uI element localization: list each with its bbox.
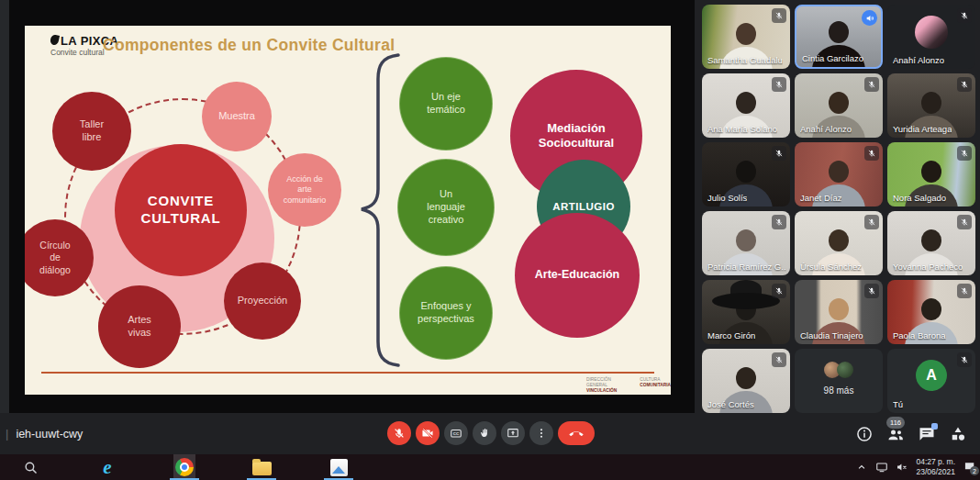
search-icon[interactable]	[19, 454, 41, 480]
participant-name: Anahí Alonzo	[893, 55, 944, 65]
mic-toggle-button[interactable]	[387, 421, 411, 445]
bubble-convite-cultural: CONVITE CULTURAL	[115, 144, 247, 276]
participant-name: Claudia Tinajero	[800, 330, 863, 340]
meet-control-bar: | ieh-uuwt-cwy 116	[0, 413, 980, 454]
participant-tile[interactable]: Ana María Solano	[702, 73, 790, 138]
participant-tile[interactable]: Paola Barona	[887, 280, 975, 344]
participant-tile[interactable]: Claudia Tinajero	[795, 280, 883, 344]
overflow-count-label: 98 más	[795, 385, 883, 396]
participant-name: Janet Díaz	[800, 193, 841, 203]
slide-footer-logos: DIRECCIÓN GENERAL VINCULACIÓN CULTURAL C…	[586, 377, 671, 395]
meeting-code-area: | ieh-uuwt-cwy	[6, 413, 83, 454]
participant-name: Marco Girón	[707, 330, 755, 340]
participant-tile[interactable]: Úrsula Sánchez	[795, 211, 883, 275]
mic-off-icon	[772, 284, 786, 298]
activities-icon[interactable]	[949, 425, 967, 443]
participant-name: Patricia Ramírez G...	[707, 262, 786, 272]
overflow-avatars	[824, 362, 853, 378]
meeting-panels: 116	[855, 425, 967, 443]
bubble-accion-arte: Acción de arte comunitario	[268, 153, 341, 227]
participant-tile[interactable]: José Cortés	[702, 349, 790, 413]
screen-share-area: LA PIXCA Convite cultural Componentes de…	[0, 0, 695, 413]
participant-tile[interactable]: Julio Solís	[702, 142, 790, 207]
participants-icon[interactable]: 116	[886, 425, 905, 443]
notification-center-icon[interactable]: 2	[963, 461, 975, 474]
participant-tile[interactable]: Anahí Alonzo	[795, 73, 883, 138]
end-call-button[interactable]	[558, 421, 595, 445]
participant-name: Yuridia Arteaga	[893, 124, 952, 134]
meeting-details-icon[interactable]	[855, 425, 874, 443]
present-button[interactable]	[501, 421, 525, 445]
mic-off-icon	[864, 77, 879, 92]
bubble-taller-libre: Taller libre	[52, 92, 131, 171]
tray-time: 04:27 p. m.	[916, 457, 955, 467]
avatar	[915, 16, 948, 49]
mic-off-icon	[864, 146, 879, 161]
participant-tile[interactable]: Janet Díaz	[795, 142, 883, 207]
participant-name: Nora Salgado	[893, 193, 946, 203]
participant-tile[interactable]: Yuridia Arteaga	[887, 73, 975, 138]
mic-off-icon	[957, 146, 972, 161]
divider: |	[6, 427, 8, 441]
participant-name: Cintia Garcilazo	[802, 53, 863, 63]
participant-tile[interactable]: Anahí Alonzo	[887, 5, 975, 69]
call-controls	[387, 421, 595, 445]
participant-name: Julio Solís	[707, 193, 747, 203]
participant-name: Paola Barona	[893, 330, 946, 340]
participant-count-badge: 116	[886, 417, 905, 429]
participant-tile-speaking[interactable]: Cintia Garcilazo	[795, 5, 883, 69]
avatar	[837, 362, 853, 378]
bubble-muestra: Muestra	[202, 82, 272, 151]
mic-off-icon	[957, 284, 972, 298]
system-tray: 04:27 p. m. 23/06/2021 2	[855, 454, 975, 480]
participant-tile[interactable]: Nora Salgado	[887, 142, 975, 207]
org-cultura-comunitaria: CULTURA COMUNITARIA	[640, 377, 671, 395]
taskbar-clock[interactable]: 04:27 p. m. 23/06/2021	[916, 457, 955, 477]
participant-tile[interactable]: Yovanna Pacheco	[887, 211, 975, 275]
bubble-enfoques: Enfoques y perspectivas	[399, 266, 493, 360]
bubble-proyeccion: Proyección	[224, 262, 301, 340]
camera-toggle-button[interactable]	[416, 421, 440, 445]
participant-tile[interactable]: Marco Girón	[702, 280, 790, 344]
participant-name: Úrsula Sánchez	[800, 262, 862, 272]
participant-name: Yovanna Pacheco	[893, 262, 963, 272]
participant-grid: Samantha Guadalu Cintia Garcilazo Anahí …	[699, 0, 980, 413]
volume-muted-icon[interactable]	[896, 461, 908, 474]
taskbar-icons: e	[19, 454, 405, 480]
more-options-button[interactable]	[529, 421, 553, 445]
mic-off-icon	[957, 8, 972, 23]
tray-date: 23/06/2021	[916, 467, 955, 477]
chat-icon[interactable]	[918, 425, 936, 443]
participant-name: Tú	[893, 399, 903, 409]
participant-tile[interactable]: Samantha Guadalu	[702, 5, 790, 69]
mic-off-icon	[957, 215, 972, 229]
participant-name: Samantha Guadalu	[707, 55, 783, 65]
leaf-icon	[50, 34, 60, 46]
meeting-code: ieh-uuwt-cwy	[16, 428, 83, 441]
bubble-eje-tematico: Un eje temático	[399, 57, 493, 151]
internet-explorer-icon[interactable]: e	[96, 454, 118, 480]
mic-off-icon	[772, 352, 786, 367]
chat-unread-dot	[931, 423, 938, 430]
mic-off-icon	[772, 8, 786, 23]
meet-window: LA PIXCA Convite cultural Componentes de…	[0, 0, 980, 480]
photos-icon[interactable]	[328, 454, 350, 480]
display-icon[interactable]	[875, 461, 888, 474]
audio-speaking-icon	[862, 10, 877, 26]
share-left-edge	[0, 0, 9, 413]
participant-tile[interactable]: Patricia Ramírez G...	[702, 211, 790, 275]
notification-count-badge: 2	[970, 466, 979, 475]
black-hat	[712, 284, 780, 309]
self-tile[interactable]: A Tú	[887, 349, 975, 413]
bubble-lenguaje-creativo: Un lenguaje creativo	[397, 159, 495, 256]
raise-hand-button[interactable]	[473, 421, 496, 445]
chrome-icon[interactable]	[173, 454, 195, 480]
windows-taskbar: e 04:27 p. m. 23/06/2021 2	[0, 454, 980, 480]
tray-chevron-icon[interactable]	[855, 461, 868, 474]
overflow-tile[interactable]: 98 más	[795, 349, 883, 413]
bubble-circulo-dialogo: Círculo de diálogo	[25, 219, 94, 296]
footer-divider-line	[41, 372, 654, 374]
org-vinculacion-cultural: DIRECCIÓN GENERAL VINCULACIÓN CULTURAL	[586, 377, 630, 395]
file-explorer-icon[interactable]	[251, 454, 273, 480]
captions-button[interactable]	[444, 421, 468, 445]
